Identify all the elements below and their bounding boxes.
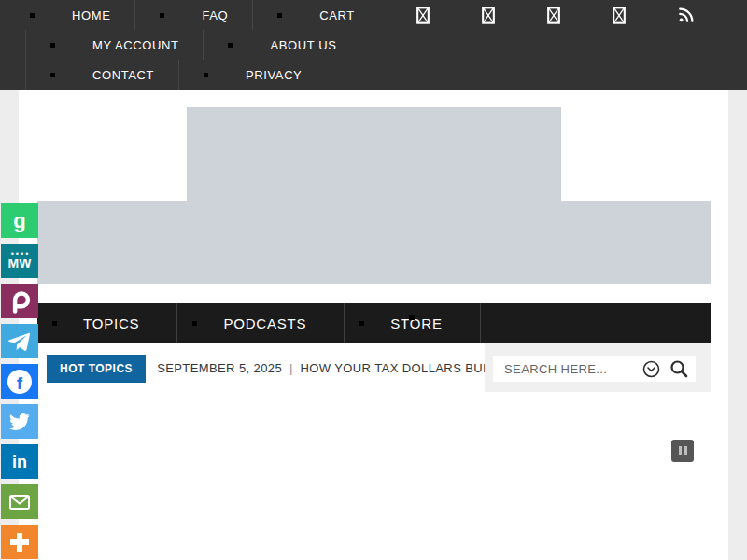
banner-placeholder	[37, 201, 711, 284]
share-sidebar: g ••••MW f in	[1, 203, 38, 560]
bullet-icon	[160, 13, 164, 18]
bullet-icon	[277, 13, 282, 18]
chevron-down-circle-icon	[642, 360, 660, 378]
share-gab-button[interactable]: g	[1, 203, 38, 238]
share-more-button[interactable]	[1, 525, 38, 559]
share-email-button[interactable]	[1, 484, 38, 519]
social-link-3[interactable]	[547, 7, 560, 24]
hot-topics-bar: HOT TOPICS SEPTEMBER 5, 2025 | HOW YOUR …	[37, 344, 711, 392]
nav-item-my-account[interactable]: MY ACCOUNT	[25, 30, 203, 60]
gab-icon: g	[13, 211, 25, 231]
plus-icon	[10, 533, 29, 552]
page-body: TOPICS PODCASTS STORE HOT TOPICS SEPTEMB…	[19, 90, 728, 560]
utility-menu-row-2: MY ACCOUNT ABOUT US	[0, 30, 747, 60]
pause-icon	[679, 446, 682, 455]
main-nav-item-topics[interactable]: TOPICS	[37, 303, 177, 343]
nav-item-privacy[interactable]: PRIVACY	[178, 60, 326, 90]
missing-glyph-icon	[482, 7, 495, 24]
search-submit-button[interactable]	[668, 357, 690, 380]
nav-item-faq[interactable]: FAQ	[134, 0, 252, 30]
main-nav-label: STORE	[390, 315, 442, 331]
missing-glyph-icon	[547, 7, 560, 24]
nav-label: MY ACCOUNT	[92, 38, 178, 52]
nav-label: CONTACT	[92, 68, 154, 82]
top-utility-bar: HOME FAQ CART MY ACCOUNT ABOUT US CONTAC…	[0, 0, 747, 90]
bullet-icon	[192, 321, 197, 326]
bullet-icon	[52, 321, 57, 326]
main-nav: TOPICS PODCASTS STORE	[37, 303, 711, 343]
webpage: HOME FAQ CART MY ACCOUNT ABOUT US CONTAC…	[0, 0, 747, 560]
mewe-icon: ••••MW	[8, 252, 32, 270]
rss-link[interactable]	[678, 7, 695, 23]
share-twitter-button[interactable]	[1, 404, 38, 439]
main-nav-label: TOPICS	[83, 315, 139, 331]
bullet-icon	[30, 13, 35, 18]
ticker-pause-button[interactable]	[671, 440, 694, 462]
share-telegram-button[interactable]	[1, 324, 38, 358]
utility-menu-row-3: CONTACT PRIVACY	[0, 60, 747, 90]
main-nav-item-store[interactable]: STORE	[345, 303, 480, 343]
hot-topics-badge: HOT TOPICS	[47, 355, 146, 383]
linkedin-icon: in	[12, 454, 27, 470]
search-panel	[485, 343, 711, 392]
nav-label: ABOUT US	[270, 38, 336, 52]
social-link-4[interactable]	[613, 7, 626, 24]
nav-label: FAQ	[202, 8, 228, 22]
nav-label: HOME	[72, 8, 110, 22]
ticker-separator: |	[289, 361, 292, 375]
share-facebook-button[interactable]: f	[1, 364, 38, 399]
bullet-icon	[228, 43, 233, 48]
ticker-date: SEPTEMBER 5, 2025	[157, 361, 282, 375]
bullet-icon	[204, 73, 208, 77]
search-icon	[669, 359, 688, 378]
parler-icon	[7, 289, 32, 314]
nav-label: PRIVACY	[246, 68, 302, 82]
telegram-icon	[8, 330, 31, 353]
pause-icon	[684, 446, 687, 455]
main-nav-label: PODCASTS	[223, 315, 306, 331]
nav-item-about-us[interactable]: ABOUT US	[203, 30, 360, 60]
social-link-1[interactable]	[416, 7, 430, 24]
twitter-icon	[9, 412, 30, 432]
bullet-icon	[50, 73, 55, 77]
bullet-icon	[359, 321, 364, 326]
submenu-indicator-icon	[409, 315, 415, 320]
news-ticker: HOT TOPICS SEPTEMBER 5, 2025 | HOW YOUR …	[37, 344, 485, 392]
search-filter-toggle[interactable]	[641, 358, 662, 380]
logo-placeholder	[187, 107, 561, 201]
search-input[interactable]	[493, 362, 641, 376]
nav-label: CART	[319, 8, 355, 22]
share-linkedin-button[interactable]: in	[1, 444, 38, 479]
share-mewe-button[interactable]: ••••MW	[1, 244, 38, 278]
share-parler-button[interactable]	[1, 284, 38, 318]
main-nav-item-podcasts[interactable]: PODCASTS	[177, 303, 345, 343]
email-icon	[8, 493, 31, 511]
bullet-icon	[50, 43, 55, 48]
nav-item-home[interactable]: HOME	[6, 0, 134, 30]
rss-icon	[678, 7, 695, 23]
social-link-2[interactable]	[482, 7, 495, 24]
header-social-links	[416, 0, 695, 30]
missing-glyph-icon	[613, 7, 626, 24]
nav-item-contact[interactable]: CONTACT	[25, 60, 178, 90]
facebook-icon: f	[7, 370, 32, 394]
nav-item-cart[interactable]: CART	[252, 0, 379, 30]
search-box	[493, 356, 696, 382]
missing-glyph-icon	[416, 7, 430, 24]
ticker-headline-link[interactable]: HOW YOUR TAX DOLLARS BUILT	[301, 361, 486, 375]
